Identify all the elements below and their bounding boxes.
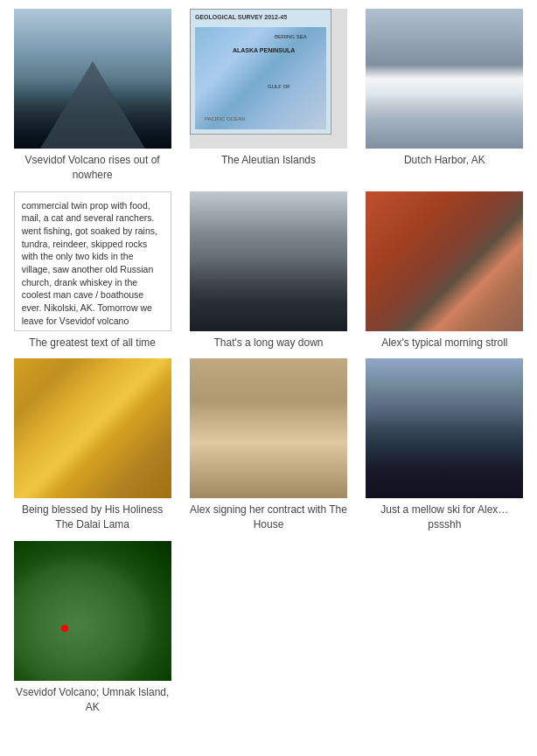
photo-visual-dutch bbox=[366, 9, 523, 149]
photo-visual-ski bbox=[366, 358, 523, 498]
photo-visual-longway bbox=[190, 191, 347, 331]
photo-visual-alexstroll bbox=[366, 191, 523, 331]
text-card-greatest: commercial twin prop with food, mail, a … bbox=[14, 191, 171, 331]
photo-visual-umnak bbox=[14, 541, 171, 681]
gallery-item-volcano1: Vsevidof Volcano rises out of nowhere bbox=[9, 9, 176, 183]
photo-longway[interactable] bbox=[190, 191, 347, 331]
caption-ski: Just a mellow ski for Alex… pssshh bbox=[366, 503, 523, 532]
photo-umnak[interactable] bbox=[14, 541, 171, 681]
photo-visual-volcano1 bbox=[14, 9, 171, 149]
caption-volcano1: Vsevidof Volcano rises out of nowhere bbox=[14, 153, 171, 183]
gallery-item-umnak: Vsevidof Volcano; Umnak Island, AK bbox=[9, 541, 176, 715]
photo-ski[interactable] bbox=[366, 358, 523, 498]
gallery-item-dalai: Being blessed by His Holiness The Dalai … bbox=[9, 358, 176, 532]
photo-volcano1[interactable] bbox=[14, 9, 171, 149]
caption-longway: That's a long way down bbox=[213, 336, 323, 350]
gallery-item-dutch: Dutch Harbor, AK bbox=[361, 9, 528, 183]
photo-visual-dalai bbox=[14, 358, 171, 498]
photo-alexstroll[interactable] bbox=[366, 191, 523, 331]
caption-alexstroll: Alex's typical morning stroll bbox=[381, 336, 507, 350]
caption-umnak: Vsevidof Volcano; Umnak Island, AK bbox=[14, 685, 171, 715]
caption-alexcontract: Alex signing her contract with The House bbox=[190, 503, 347, 532]
gallery-item-ski: Just a mellow ski for Alex… pssshh bbox=[361, 358, 528, 532]
map-inner: GEOLOGICAL SURVEY 2012-45 ALASKA PENINSU… bbox=[190, 9, 331, 135]
photo-gallery: Vsevidof Volcano rises out of nowhere GE… bbox=[0, 0, 537, 724]
gallery-item-alexcontract: Alex signing her contract with The House bbox=[185, 358, 352, 532]
photo-aleutian[interactable]: GEOLOGICAL SURVEY 2012-45 ALASKA PENINSU… bbox=[190, 9, 347, 149]
text-body: commercial twin prop with food, mail, a … bbox=[22, 199, 164, 328]
caption-greatest: The greatest text of all time bbox=[29, 336, 156, 350]
photo-alexcontract[interactable] bbox=[190, 358, 347, 498]
gallery-item-aleutian: GEOLOGICAL SURVEY 2012-45 ALASKA PENINSU… bbox=[185, 9, 352, 183]
photo-visual-alexcontract bbox=[190, 358, 347, 498]
gallery-item-alexstroll: Alex's typical morning stroll bbox=[361, 191, 528, 350]
gallery-item-longway: That's a long way down bbox=[185, 191, 352, 350]
caption-dalai: Being blessed by His Holiness The Dalai … bbox=[14, 503, 171, 532]
gallery-item-greatest: commercial twin prop with food, mail, a … bbox=[9, 191, 176, 350]
photo-dutch[interactable] bbox=[366, 9, 523, 149]
caption-aleutian: The Aleutian Islands bbox=[221, 153, 316, 168]
caption-dutch: Dutch Harbor, AK bbox=[404, 153, 485, 168]
photo-dalai[interactable] bbox=[14, 358, 171, 498]
